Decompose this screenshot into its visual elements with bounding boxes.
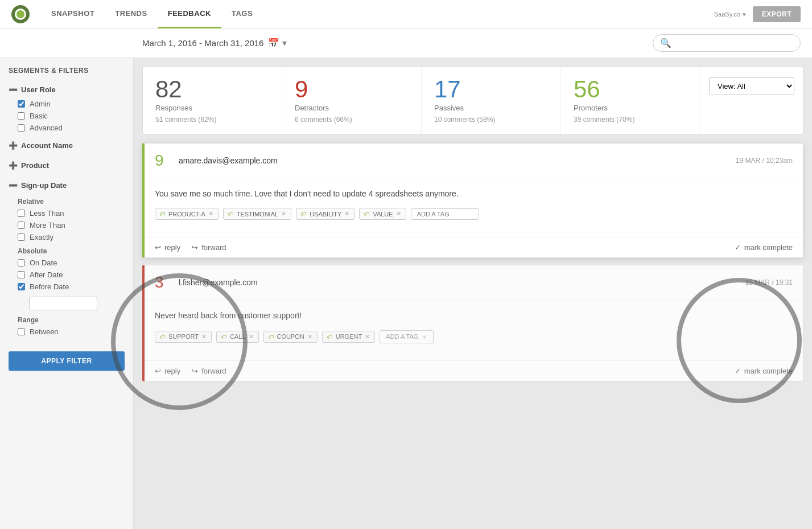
mark-complete-button-1[interactable]: ✓ mark complete <box>735 243 793 252</box>
tab-snapshot[interactable]: SNAPSHOT <box>41 0 105 28</box>
tag-label-product-a: PRODUCT-A <box>168 211 205 218</box>
user-role-label: User Role <box>21 85 56 94</box>
account-name-label: Account Name <box>21 141 73 150</box>
checkbox-basic[interactable] <box>18 112 25 120</box>
card-1-tags: 🏷 PRODUCT-A ✕ 🏷 TESTIMONIAL ✕ 🏷 USABILIT… <box>155 208 793 220</box>
apply-filter-button[interactable]: APPLY FILTER <box>9 351 125 371</box>
filter-item-after-date: After Date <box>18 270 125 279</box>
label-more-than: More Than <box>30 221 65 229</box>
forward-icon-1: ↪ <box>192 243 198 252</box>
label-basic: Basic <box>30 112 48 120</box>
tag-icon-call: 🏷 <box>221 334 227 340</box>
tag-remove-urgent[interactable]: ✕ <box>365 333 370 341</box>
checkbox-more-than[interactable] <box>18 222 25 229</box>
tab-trends[interactable]: TRENDS <box>105 0 157 28</box>
tag-remove-coupon[interactable]: ✕ <box>307 333 312 341</box>
filter-item-on-date: On Date <box>18 259 125 267</box>
before-date-input[interactable]: 2016-01-15 <box>29 297 97 310</box>
search-input[interactable] <box>675 39 793 47</box>
forward-button-1[interactable]: ↪ forward <box>192 243 226 252</box>
card-1-header: 9 amare.davis@example.com 19 MAR / 10:23… <box>145 143 803 178</box>
view-select-container: View: All <box>700 67 803 134</box>
checkbox-after-date[interactable] <box>18 271 25 278</box>
card-2-message: Never heard back from customer support! <box>155 309 793 322</box>
tag-remove-call[interactable]: ✕ <box>249 333 254 341</box>
reply-button-1[interactable]: ↩ reply <box>155 243 180 252</box>
tag-label-call: CALL <box>230 333 246 340</box>
card-2-email: l.fisher@example.com <box>179 278 739 287</box>
forward-button-2[interactable]: ↪ forward <box>192 367 226 375</box>
tab-tags[interactable]: TAGS <box>221 0 263 28</box>
add-tag-button-2[interactable]: ADD A TAG ＋ <box>380 330 434 343</box>
checkbox-less-than[interactable] <box>18 210 25 217</box>
feedback-card-1: 9 amare.davis@example.com 19 MAR / 10:23… <box>142 143 803 258</box>
signup-date-items: Relative Less Than More Than Exactly Abs… <box>9 198 125 336</box>
reply-label-1: reply <box>164 243 180 252</box>
calendar-icon[interactable]: 📅 ▾ <box>268 38 286 48</box>
mark-complete-button-2[interactable]: ✓ mark complete <box>735 367 793 375</box>
tag-icon-2: 🏷 <box>228 211 234 217</box>
filter-section-user-role-header[interactable]: ➖ User Role <box>9 83 125 96</box>
tag-remove-testimonial[interactable]: ✕ <box>281 210 286 218</box>
view-select[interactable]: View: All <box>709 77 794 95</box>
filter-section-account-name-header[interactable]: ➕ Account Name <box>9 139 125 152</box>
stat-detractors: 9 Detractors 6 comments (66%) <box>282 67 422 134</box>
stat-promoters: 56 Promoters 39 comments (70%) <box>561 67 700 134</box>
card-2-score: 3 <box>155 273 172 292</box>
tag-label-coupon: COUPON <box>277 333 304 340</box>
filter-section-signup-date-header[interactable]: ➖ Sign-up Date <box>9 179 125 192</box>
add-tag-input-1[interactable] <box>411 208 479 220</box>
filter-section-product: ➕ Product <box>9 159 125 172</box>
tag-remove-usability[interactable]: ✕ <box>344 210 349 218</box>
tab-feedback[interactable]: FEEDBACK <box>158 0 221 28</box>
card-2-date: 15 MAR / 19:31 <box>745 278 793 286</box>
tag-remove-support[interactable]: ✕ <box>201 333 207 341</box>
checkbox-advanced[interactable] <box>18 124 25 132</box>
checkbox-between[interactable] <box>18 328 25 335</box>
filter-section-product-header[interactable]: ➕ Product <box>9 159 125 172</box>
passives-number: 17 <box>434 77 548 101</box>
forward-label-1: forward <box>201 243 226 252</box>
tag-remove-product-a[interactable]: ✕ <box>208 210 213 218</box>
tag-icon-coupon: 🏷 <box>269 334 274 340</box>
filter-item-exactly: Exactly <box>18 233 125 241</box>
company-selector[interactable]: SaaSy.co ▾ <box>714 10 746 18</box>
date-bar: March 1, 2016 - March 31, 2016 📅 ▾ 🔍 <box>0 28 812 58</box>
filter-item-basic: Basic <box>18 112 125 120</box>
range-label: Range <box>18 316 125 324</box>
export-button[interactable]: EXPORT <box>753 6 801 22</box>
filter-item-less-than: Less Than <box>18 209 125 218</box>
checkbox-exactly[interactable] <box>18 233 25 241</box>
detractors-number: 9 <box>295 77 409 101</box>
mark-complete-label-2: mark complete <box>744 367 793 375</box>
detractors-comments: 6 comments (66%) <box>295 116 409 124</box>
label-after-date: After Date <box>30 270 63 279</box>
tag-icon: 🏷 <box>160 211 166 217</box>
checkbox-admin[interactable] <box>18 100 25 108</box>
reply-button-2[interactable]: ↩ reply <box>155 367 180 375</box>
signup-date-label: Sign-up Date <box>21 181 67 190</box>
detractors-label: Detractors <box>295 104 409 112</box>
tag-label-support: SUPPORT <box>168 333 199 340</box>
tag-remove-value[interactable]: ✕ <box>396 210 401 218</box>
promoters-comments: 39 comments (70%) <box>574 116 687 124</box>
tag-product-a: 🏷 PRODUCT-A ✕ <box>155 208 219 220</box>
absolute-label: Absolute <box>18 247 125 255</box>
main-content: 82 Responses 51 comments (62%) 9 Detract… <box>134 58 812 529</box>
card-1-body: You save me so much time. Love that I do… <box>145 178 803 237</box>
nav-tabs: SNAPSHOT TRENDS FEEDBACK TAGS <box>41 0 714 28</box>
filter-item-before-date: Before Date <box>18 282 125 291</box>
checkbox-on-date[interactable] <box>18 259 25 266</box>
label-admin: Admin <box>30 100 51 108</box>
card-1-message: You save me so much time. Love that I do… <box>155 187 793 200</box>
stat-responses: 82 Responses 51 comments (62%) <box>143 67 282 134</box>
filter-item-advanced: Advanced <box>18 124 125 132</box>
sidebar-title: SEGMENTS & FILTERS <box>9 67 125 75</box>
relative-label: Relative <box>18 198 125 206</box>
tag-coupon: 🏷 COUPON ✕ <box>263 331 318 343</box>
responses-label: Responses <box>155 104 269 112</box>
checkbox-before-date[interactable] <box>18 283 25 290</box>
filter-section-account-name: ➕ Account Name <box>9 139 125 152</box>
filter-section-signup-date: ➖ Sign-up Date Relative Less Than More T… <box>9 179 125 336</box>
card-1-actions: ↩ reply ↪ forward ✓ mark complete <box>145 237 803 257</box>
